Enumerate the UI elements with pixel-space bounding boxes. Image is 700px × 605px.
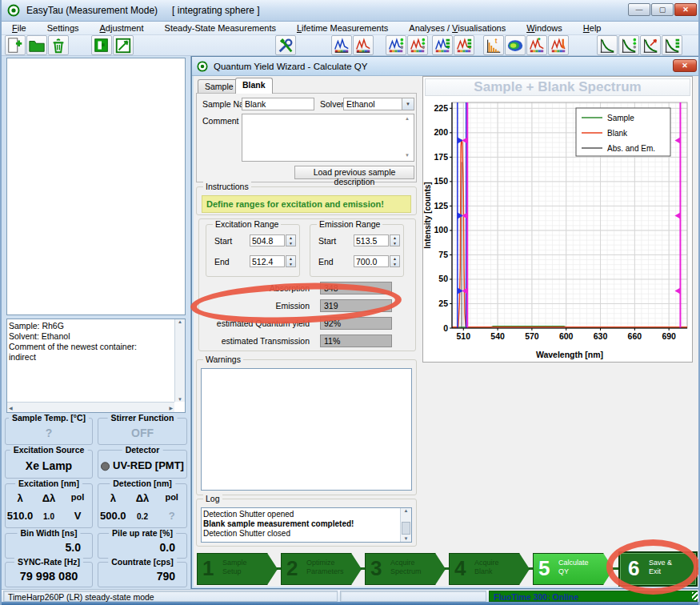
load-previous-sample-button[interactable]: Load previous sample description bbox=[294, 166, 414, 179]
decay-fit-icon[interactable] bbox=[640, 35, 661, 55]
menu-help[interactable]: Help bbox=[573, 22, 612, 34]
comment-textarea[interactable] bbox=[242, 114, 414, 162]
spectrum-blue-led-icon[interactable] bbox=[432, 35, 453, 55]
minimize-button[interactable]: — bbox=[628, 3, 650, 16]
menu-settings[interactable]: Settings bbox=[37, 22, 90, 34]
stirrer-value: OFF bbox=[98, 427, 186, 439]
scroll-down-icon[interactable]: ▼ bbox=[175, 397, 185, 402]
svg-text:225: 225 bbox=[434, 103, 448, 113]
scroll-right-icon[interactable]: ▶ bbox=[169, 405, 173, 411]
detection-wavelength: 500.0 bbox=[98, 510, 128, 522]
scroll-up-icon[interactable]: ▲ bbox=[175, 319, 185, 324]
step-number: 3 bbox=[370, 556, 382, 581]
menu-file[interactable]: File bbox=[2, 22, 37, 34]
resize-grip[interactable] bbox=[692, 592, 700, 600]
scroll-thumb[interactable] bbox=[402, 522, 410, 535]
wizard-step-3[interactable]: 3AcquireSpectrum bbox=[365, 553, 446, 585]
toolbar: t* bbox=[2, 35, 700, 56]
menu-windows[interactable]: Windows bbox=[516, 22, 573, 34]
tab-blank[interactable]: Blank bbox=[235, 78, 273, 94]
wizard-step-4[interactable]: 4AcquireBlank bbox=[449, 553, 530, 585]
comment-scroll-up-icon[interactable]: ▲ bbox=[405, 116, 410, 122]
svg-text:Wavelength [nm]: Wavelength [nm] bbox=[536, 350, 603, 359]
delete-trash-icon[interactable] bbox=[48, 35, 69, 55]
excitation-wavelength: 510.0 bbox=[6, 510, 34, 522]
measurement-list[interactable] bbox=[6, 58, 186, 315]
spectrum-red-led-icon[interactable] bbox=[454, 35, 474, 55]
solvent-dropdown[interactable]: Ethanol ▼ bbox=[343, 98, 414, 110]
excitation-end-spinner[interactable]: ▲▼ bbox=[286, 255, 296, 267]
emission-range-label: Emission Range bbox=[317, 219, 382, 229]
scroll-left-icon[interactable]: ◀ bbox=[9, 405, 13, 411]
menu-analyses-visualisations[interactable]: Analyses / Visualisations bbox=[398, 22, 516, 34]
excitation-pol: V bbox=[63, 510, 92, 522]
maximize-button[interactable]: ▢ bbox=[651, 3, 674, 16]
spectrum-red-temp-icon[interactable] bbox=[548, 35, 569, 55]
svg-text:Intensity [counts]: Intensity [counts] bbox=[423, 182, 432, 248]
log-lines: Detection Shutter openedBlank sample mea… bbox=[203, 510, 399, 540]
instructions-text: Define ranges for excitation and emissio… bbox=[202, 195, 411, 213]
decay-status-icon[interactable] bbox=[618, 35, 639, 55]
svg-text:175: 175 bbox=[434, 152, 448, 162]
svg-text:510: 510 bbox=[457, 331, 471, 341]
wizard-step-5[interactable]: 5CalculateQY bbox=[533, 553, 614, 585]
excitation-start-spinner[interactable]: ▲▼ bbox=[286, 234, 296, 246]
sample-name-input[interactable] bbox=[242, 98, 314, 110]
instructions-label: Instructions bbox=[203, 182, 251, 191]
dialog-close-button[interactable]: ✕ bbox=[673, 59, 697, 72]
sample-temp-label: Sample Temp. [°C] bbox=[9, 413, 89, 423]
close-button[interactable]: ✕ bbox=[674, 3, 697, 16]
title-bar: EasyTau (Measurement Mode) [ integrating… bbox=[2, 0, 700, 22]
emission-start-input[interactable]: 513.5 bbox=[354, 234, 389, 246]
decay-led-icon[interactable] bbox=[662, 35, 682, 55]
wizard-step-1[interactable]: 1SampleSetup bbox=[197, 553, 278, 585]
tools-icon[interactable] bbox=[275, 35, 296, 55]
warnings-box[interactable] bbox=[201, 368, 412, 491]
log-scrollbar[interactable]: ▲▼ bbox=[400, 508, 411, 542]
spectrum-red-status-icon[interactable] bbox=[407, 35, 428, 55]
spectrum-red-icon[interactable] bbox=[353, 35, 374, 55]
emission-value: 319 bbox=[320, 299, 392, 312]
histogram-time-icon[interactable]: t bbox=[483, 35, 504, 55]
comment-scroll-down-icon[interactable]: ▼ bbox=[405, 153, 410, 158]
horizontal-scrollbar[interactable]: ◀▶ bbox=[7, 402, 174, 412]
emission-end-spinner[interactable]: ▲▼ bbox=[390, 255, 400, 267]
new-file-icon[interactable] bbox=[5, 35, 26, 55]
pol-header: pol bbox=[63, 492, 92, 504]
svg-text:Abs. and Em.: Abs. and Em. bbox=[607, 144, 655, 153]
dropdown-arrow-icon[interactable]: ▼ bbox=[402, 98, 414, 110]
log-box[interactable]: Detection Shutter openedBlank sample mea… bbox=[201, 507, 412, 543]
dock-window-icon[interactable] bbox=[91, 35, 112, 55]
menu-adjustment[interactable]: Adjustment bbox=[90, 22, 154, 34]
spectrum-chart[interactable]: 5105405706006306606900255075100125150175… bbox=[423, 98, 692, 360]
spectrum-blue-icon[interactable] bbox=[331, 35, 352, 55]
sample-info-line: Solvent: Ethanol bbox=[9, 331, 174, 342]
emission-start-spinner[interactable]: ▲▼ bbox=[390, 234, 400, 246]
window-title: EasyTau (Measurement Mode) bbox=[26, 5, 158, 16]
wizard-step-6[interactable]: 6Save &Exit bbox=[618, 551, 698, 587]
menu-steady-state-measurements[interactable]: Steady-State Measurements bbox=[154, 22, 286, 34]
toolbar-group: t* bbox=[483, 35, 569, 55]
stirrer-group: Stirrer Function OFF bbox=[98, 418, 187, 445]
open-folder-icon[interactable] bbox=[26, 35, 47, 55]
menu-lifetime-measurements[interactable]: Lifetime Measurements bbox=[286, 22, 398, 34]
graph-window-icon[interactable] bbox=[113, 35, 134, 55]
excitation-start-input[interactable]: 504.8 bbox=[250, 234, 285, 246]
tab-sample[interactable]: Sample bbox=[198, 79, 241, 94]
warnings-group: Warnings bbox=[196, 359, 417, 495]
spectrum-red-export-icon[interactable]: * bbox=[526, 35, 547, 55]
status-bar: TimeHarp260P (LR) steady-state mode Fluo… bbox=[2, 589, 700, 602]
spectrum-blue-status-icon[interactable] bbox=[386, 35, 406, 55]
excitation-end-input[interactable]: 512.4 bbox=[250, 255, 285, 267]
wizard-step-2[interactable]: 2OptimizeParameters bbox=[281, 553, 362, 585]
pile-up-label: Pile up rate [%] bbox=[109, 528, 176, 538]
log-line: Detection Shutter opened bbox=[203, 510, 399, 519]
contour-plot-icon[interactable] bbox=[505, 35, 526, 55]
detection-bandwidth: 0.2 bbox=[128, 510, 158, 522]
vertical-scrollbar[interactable]: ▲▼ bbox=[174, 319, 185, 402]
delta-lambda-header: Δλ bbox=[128, 492, 158, 504]
decay-icon[interactable] bbox=[597, 35, 618, 55]
estimated-transmission-label: estimated Transmission bbox=[199, 336, 310, 346]
emission-end-input[interactable]: 700.0 bbox=[354, 255, 389, 267]
sample-info-box[interactable]: Sample: Rh6G Solvent: Ethanol Comment of… bbox=[6, 319, 186, 413]
